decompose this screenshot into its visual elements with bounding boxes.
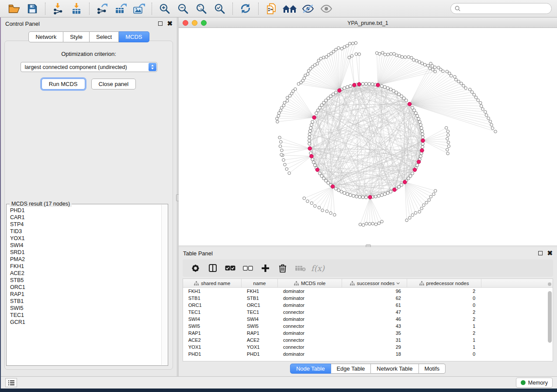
refresh-view-button[interactable]	[237, 2, 254, 16]
hide-selected-button[interactable]	[299, 2, 317, 16]
float-panel-icon[interactable]	[158, 21, 163, 26]
zoom-fit-icon	[196, 3, 207, 14]
tab-select[interactable]: Select	[90, 31, 119, 42]
mcds-result-item[interactable]: CAR1	[10, 214, 161, 221]
import-table-icon	[71, 3, 82, 14]
import-table-button[interactable]	[68, 2, 85, 16]
result-scrollbar[interactable]	[161, 205, 167, 365]
node-table: shared namename MCDS role successor node…	[183, 279, 553, 361]
tab-node-table[interactable]: Node Table	[290, 364, 331, 374]
table-row[interactable]: TEC1TEC1connector472	[183, 309, 553, 316]
mcds-result-item[interactable]: TEC1	[10, 312, 161, 319]
column-header-shared-name[interactable]: shared name	[183, 279, 242, 287]
tab-network[interactable]: Network	[28, 31, 63, 42]
mcds-result-item[interactable]: GCR1	[10, 319, 161, 326]
select-stepper-icon	[149, 63, 156, 71]
show-all-button[interactable]	[318, 2, 335, 16]
criterion-select[interactable]: largest connected component (undirected)	[21, 62, 157, 72]
memory-button[interactable]: Memory	[516, 378, 553, 388]
table-row[interactable]: SWI4SWI4dominator462	[183, 316, 553, 323]
close-panel-button[interactable]: Close panel	[91, 79, 136, 89]
column-header-predecessor-nodes[interactable]: predecessor nodes	[407, 279, 481, 287]
mcds-result-item[interactable]: SRD1	[10, 249, 161, 256]
table-row[interactable]: YOX1YOX1connector291	[183, 344, 553, 351]
add-column-button[interactable]	[259, 261, 272, 275]
mcds-result-item[interactable]: ACE2	[10, 270, 161, 277]
mcds-result-box: MCDS result (17 nodes) PHD1CAR1STP4TID3Y…	[6, 204, 168, 366]
window-maximize-button[interactable]	[201, 20, 207, 26]
mcds-result-item[interactable]: STB5	[10, 277, 161, 284]
delete-column-button[interactable]	[276, 261, 289, 275]
scrollbar-thumb[interactable]	[548, 291, 552, 343]
home-networks-button[interactable]	[281, 2, 298, 16]
mcds-result-item[interactable]: YOX1	[10, 235, 161, 242]
table-row[interactable]: RAP1RAP1dominator352	[183, 330, 553, 337]
refresh-icon	[240, 3, 251, 14]
select-all-button[interactable]	[224, 261, 237, 275]
network-window-titlebar[interactable]: YPA_prune.txt_1	[179, 18, 557, 28]
mcds-result-item[interactable]: STP4	[10, 221, 161, 228]
window-close-button[interactable]	[183, 20, 188, 26]
clone-network-icon	[266, 3, 277, 15]
mcds-result-list[interactable]: PHD1CAR1STP4TID3YOX1SWI4SRD1PMA2FKH1ACE2…	[7, 207, 161, 365]
window-minimize-button[interactable]	[192, 20, 197, 26]
tab-network-table[interactable]: Network Table	[371, 364, 419, 374]
gear-icon	[191, 264, 200, 273]
clone-network-button[interactable]	[263, 2, 280, 16]
column-namespace-icon	[194, 281, 199, 285]
mcds-result-item[interactable]: RAP1	[10, 291, 161, 298]
mcds-result-item[interactable]: SWI4	[10, 242, 161, 249]
table-scrollbar[interactable]	[548, 289, 552, 358]
tab-edge-table[interactable]: Edge Table	[331, 364, 371, 374]
zoom-selected-button[interactable]	[211, 2, 228, 16]
network-graph-canvas[interactable]	[179, 28, 557, 245]
tab-style[interactable]: Style	[63, 31, 90, 42]
optimization-criterion-label: Optimization criterion:	[5, 51, 173, 57]
mcds-result-item[interactable]: ORC1	[10, 284, 161, 291]
run-mcds-button[interactable]: Run MCDS	[42, 79, 85, 89]
table-row[interactable]: FKH1FKH1dominator962	[183, 288, 553, 295]
mcds-result-item[interactable]: PHD1	[10, 207, 161, 214]
open-session-button[interactable]	[5, 2, 23, 16]
column-header-name[interactable]: name	[242, 279, 278, 287]
tab-motifs[interactable]: Motifs	[419, 364, 446, 374]
save-session-button[interactable]	[24, 2, 41, 16]
mcds-result-item[interactable]: FKH1	[10, 263, 161, 270]
export-image-button[interactable]	[130, 2, 148, 16]
column-header-MCDS-role[interactable]: MCDS role	[278, 279, 342, 287]
memory-status-icon	[521, 380, 526, 385]
table-row[interactable]: SWI5SWI5connector431	[183, 323, 553, 330]
table-settings-button[interactable]	[189, 261, 202, 275]
table-row[interactable]: ACE2ACE2connector311	[183, 337, 553, 344]
task-history-button[interactable]	[5, 378, 17, 387]
mcds-result-item[interactable]: SWI5	[10, 305, 161, 312]
zoom-fit-button[interactable]	[193, 2, 210, 16]
export-image-icon	[133, 3, 145, 14]
close-panel-icon[interactable]: ✖	[547, 251, 553, 255]
show-columns-button[interactable]	[206, 261, 219, 275]
mcds-result-item[interactable]: TID3	[10, 228, 161, 235]
save-floppy-icon	[28, 4, 37, 14]
table-body: FKH1FKH1dominator962STB1STB1dominator620…	[183, 288, 553, 358]
deselect-all-button[interactable]	[241, 261, 254, 275]
checked-boxes-icon	[225, 265, 235, 271]
mcds-result-item[interactable]: PMA2	[10, 256, 161, 263]
export-network-button[interactable]	[93, 2, 111, 16]
tab-mcds[interactable]: MCDS	[119, 31, 149, 42]
import-network-button[interactable]	[49, 2, 67, 16]
mcds-result-item[interactable]: STB1	[10, 298, 161, 305]
table-row[interactable]: STB1STB1dominator620	[183, 295, 553, 302]
table-row[interactable]: PHD1PHD1dominator180	[183, 351, 553, 358]
toolbar-separator	[89, 3, 90, 15]
export-table-button[interactable]	[112, 2, 129, 16]
zoom-in-button[interactable]	[156, 2, 173, 16]
column-header-successor-nodes[interactable]: successor nodes	[342, 279, 407, 287]
float-panel-icon[interactable]	[538, 251, 543, 255]
table-row[interactable]: ORC1ORC1dominator610	[183, 302, 553, 309]
zoom-out-button[interactable]	[174, 2, 192, 16]
close-panel-icon[interactable]: ✖	[167, 21, 173, 26]
table-tabbar: Node Table Edge Table Network Table Moti…	[290, 364, 446, 374]
table-panel-title: Table Panel	[183, 250, 213, 257]
search-input[interactable]	[463, 6, 547, 12]
scrollbar-dot	[548, 282, 551, 286]
